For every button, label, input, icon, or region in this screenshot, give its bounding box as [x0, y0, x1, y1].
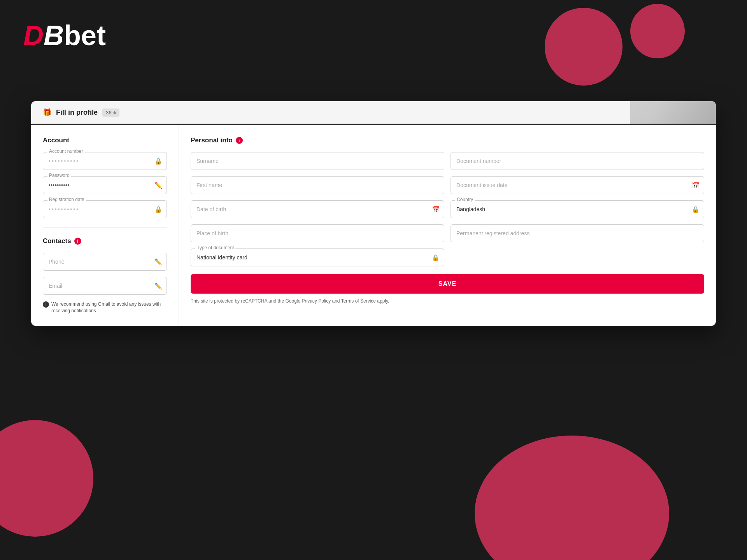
surname-input[interactable] [191, 152, 444, 170]
email-edit-icon[interactable]: ✏️ [154, 282, 162, 290]
header-image-blur [630, 101, 716, 124]
bg-decoration-2 [630, 4, 685, 58]
surname-field [191, 152, 444, 170]
permanent-address-field [451, 224, 704, 242]
lock-icon-reg: 🔒 [154, 206, 162, 213]
right-panel: Personal info i [179, 125, 716, 326]
progress-badge: 36% [102, 108, 119, 117]
phone-input[interactable] [43, 253, 167, 271]
bg-decoration-1 [545, 8, 622, 86]
logo: DB bet [23, 19, 106, 51]
account-section-title: Account [43, 136, 167, 144]
note-icon: i [43, 301, 49, 308]
contacts-section-title: Contacts i [43, 237, 167, 245]
type-of-document-label: Type of document [195, 245, 235, 250]
calendar-icon-doc[interactable]: 📅 [692, 182, 700, 189]
header-image [630, 101, 716, 124]
edit-icon[interactable]: ✏️ [154, 182, 162, 189]
email-input[interactable] [43, 277, 167, 295]
account-section: Account Account number 🔒 Password ✏️ Reg… [43, 136, 167, 218]
lock-icon-country: 🔒 [692, 206, 700, 213]
account-number-label: Account number [47, 149, 84, 154]
date-of-birth-input[interactable] [191, 200, 444, 218]
logo-b: B [44, 20, 64, 51]
card-header: 🎁 Fill in profile 36% [31, 101, 716, 125]
personal-info-section: Personal info i [191, 136, 704, 304]
contacts-info-icon: i [74, 238, 81, 245]
contacts-note: i We recommend using Gmail to avoid any … [43, 301, 167, 314]
document-issue-date-input[interactable] [451, 176, 704, 194]
personal-info-icon: i [236, 137, 243, 144]
card-body: Account Account number 🔒 Password ✏️ Reg… [31, 125, 716, 326]
password-input[interactable] [43, 176, 167, 194]
page-title: Fill in profile [56, 108, 98, 117]
save-button[interactable]: SAVE [191, 274, 704, 294]
gift-icon: 🎁 [43, 108, 51, 117]
personal-row-2: 📅 [191, 176, 704, 194]
document-number-field [451, 152, 704, 170]
logo-bet: bet [64, 19, 106, 51]
calendar-icon-dob[interactable]: 📅 [432, 206, 440, 213]
country-field: Country 🔒 [451, 200, 704, 218]
registration-date-input[interactable] [43, 200, 167, 218]
permanent-address-input[interactable] [451, 224, 704, 242]
personal-row-1 [191, 152, 704, 170]
logo-d: D [23, 20, 44, 51]
personal-row-3: 📅 Country 🔒 [191, 200, 704, 218]
lock-icon: 🔒 [154, 158, 162, 165]
lock-icon-doc-type: 🔒 [432, 254, 440, 261]
personal-row-5: Type of document 🔒 [191, 248, 444, 266]
registration-date-label: Registration date [47, 197, 86, 202]
password-field: Password ✏️ [43, 176, 167, 194]
document-number-input[interactable] [451, 152, 704, 170]
left-panel: Account Account number 🔒 Password ✏️ Reg… [31, 125, 179, 326]
captcha-note: This site is protected by reCAPTCHA and … [191, 298, 704, 304]
place-of-birth-field [191, 224, 444, 242]
save-button-wrapper: SAVE [191, 274, 704, 294]
personal-info-title: Personal info i [191, 136, 704, 144]
country-label: Country [455, 197, 475, 202]
date-of-birth-field: 📅 [191, 200, 444, 218]
type-of-document-field: Type of document 🔒 [191, 248, 444, 266]
place-of-birth-input[interactable] [191, 224, 444, 242]
main-card: 🎁 Fill in profile 36% Account Account nu… [31, 101, 716, 326]
bg-decoration-3 [0, 420, 93, 537]
document-issue-date-field: 📅 [451, 176, 704, 194]
account-number-input[interactable] [43, 152, 167, 170]
personal-row-4 [191, 224, 704, 242]
phone-edit-icon[interactable]: ✏️ [154, 258, 162, 266]
bg-decoration-4 [475, 436, 669, 560]
phone-field: ✏️ [43, 253, 167, 271]
contacts-section: Contacts i ✏️ ✏️ i We recommend using Gm… [43, 237, 167, 314]
account-number-field: Account number 🔒 [43, 152, 167, 170]
country-input[interactable] [451, 200, 704, 218]
password-label: Password [47, 173, 71, 178]
section-divider [43, 228, 167, 228]
email-field: ✏️ [43, 277, 167, 295]
type-of-document-input[interactable] [191, 248, 444, 266]
first-name-input[interactable] [191, 176, 444, 194]
first-name-field [191, 176, 444, 194]
registration-date-field: Registration date 🔒 [43, 200, 167, 218]
